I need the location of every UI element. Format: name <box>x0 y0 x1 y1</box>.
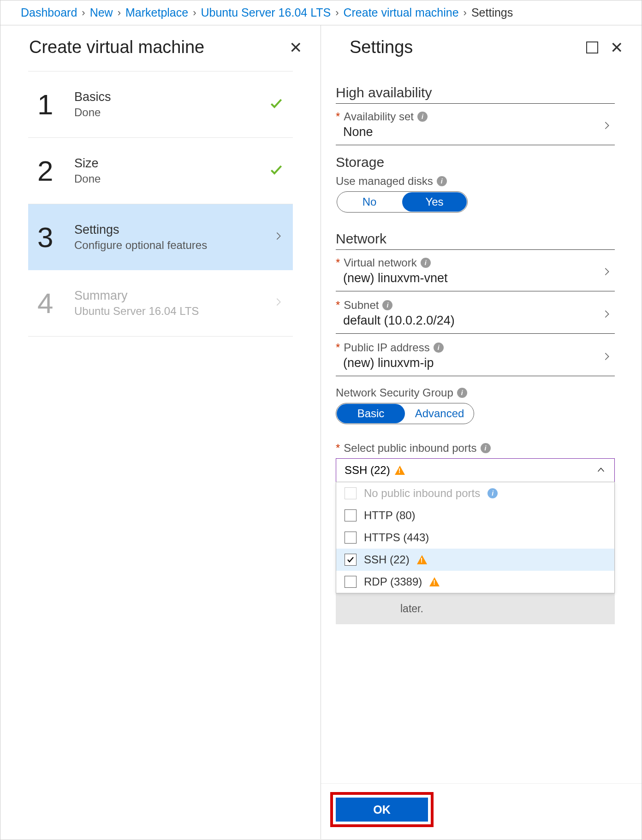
nsg-basic[interactable]: Basic <box>337 404 405 423</box>
virtual-network-field[interactable]: * Virtual network i (new) linuxvm-vnet <box>336 252 615 291</box>
step-size[interactable]: 2 Size Done <box>28 138 293 204</box>
step-title: Settings <box>74 223 207 237</box>
maximize-icon[interactable] <box>586 41 598 53</box>
breadcrumb-ubuntu[interactable]: Ubuntu Server 16.04 LTS <box>201 6 331 19</box>
chevron-right-icon: › <box>464 7 467 19</box>
required-icon: * <box>336 442 340 455</box>
step-basics[interactable]: 1 Basics Done <box>28 71 293 138</box>
chevron-right-icon: › <box>118 7 121 19</box>
nsg-label: Network Security Group i <box>336 386 615 399</box>
create-vm-blade: Create virtual machine ✕ 1 Basics Done 2… <box>0 25 321 839</box>
info-icon[interactable]: i <box>457 388 467 398</box>
step-number: 4 <box>37 287 74 319</box>
field-label: Availability set <box>344 110 414 123</box>
toggle-no[interactable]: No <box>337 192 402 212</box>
info-icon[interactable]: i <box>421 258 431 268</box>
port-option-none: No public inbound ports i <box>336 482 614 504</box>
port-option-rdp[interactable]: RDP (3389) <box>336 571 614 593</box>
checkbox-icon <box>345 487 357 499</box>
info-icon[interactable]: i <box>481 443 491 453</box>
checkbox-icon[interactable] <box>345 532 357 544</box>
footer-bar: OK <box>321 783 642 839</box>
nsg-toggle[interactable]: Basic Advanced <box>336 403 474 424</box>
warning-icon <box>417 555 427 564</box>
field-label: Public IP address <box>344 341 429 354</box>
chevron-right-icon: › <box>193 7 196 19</box>
step-number: 2 <box>37 154 74 187</box>
blade-title: Settings <box>350 37 413 57</box>
nsg-advanced[interactable]: Advanced <box>405 403 474 424</box>
toggle-yes[interactable]: Yes <box>402 192 467 212</box>
field-label: Virtual network <box>344 256 416 269</box>
close-icon[interactable]: ✕ <box>610 40 623 55</box>
port-option-http[interactable]: HTTP (80) <box>336 504 614 526</box>
step-summary: 4 Summary Ubuntu Server 16.04 LTS <box>28 270 293 337</box>
managed-disks-label: Use managed disks i <box>336 175 615 188</box>
option-label: HTTPS (443) <box>364 531 429 544</box>
port-option-ssh[interactable]: SSH (22) <box>336 549 614 571</box>
option-label: RDP (3389) <box>364 575 422 588</box>
chevron-right-icon: › <box>335 7 339 19</box>
step-subtitle: Done <box>74 106 111 119</box>
breadcrumb-create-vm[interactable]: Create virtual machine <box>343 6 458 19</box>
chevron-right-icon <box>602 266 612 279</box>
option-label: No public inbound ports <box>364 487 480 500</box>
step-number: 3 <box>37 221 74 254</box>
field-value: default (10.0.2.0/24) <box>336 314 615 328</box>
chevron-right-icon <box>602 309 612 321</box>
inbound-ports-dropdown: No public inbound ports i HTTP (80) HTTP… <box>336 482 615 593</box>
section-storage: Storage <box>336 154 615 173</box>
chevron-right-icon <box>602 351 612 364</box>
option-label: HTTP (80) <box>364 509 416 522</box>
option-label: SSH (22) <box>364 553 410 566</box>
breadcrumb-current: Settings <box>471 6 513 19</box>
checkbox-icon[interactable] <box>345 576 357 588</box>
step-subtitle: Ubuntu Server 16.04 LTS <box>74 305 199 318</box>
chevron-right-icon: › <box>82 7 85 19</box>
public-ip-field[interactable]: * Public IP address i (new) linuxvm-ip <box>336 337 615 376</box>
info-icon[interactable]: i <box>417 112 428 122</box>
breadcrumb-marketplace[interactable]: Marketplace <box>125 6 188 19</box>
step-number: 1 <box>37 88 74 121</box>
chevron-right-icon <box>602 120 612 133</box>
port-option-https[interactable]: HTTPS (443) <box>336 526 614 549</box>
subnet-field[interactable]: * Subnet i default (10.0.2.0/24) <box>336 294 615 334</box>
field-label: Subnet <box>344 299 379 312</box>
step-subtitle: Done <box>74 172 101 185</box>
close-icon[interactable]: ✕ <box>289 40 302 55</box>
section-high-availability: High availability <box>336 85 615 104</box>
ok-highlight: OK <box>330 792 434 827</box>
required-icon: * <box>336 299 340 312</box>
required-icon: * <box>336 256 340 269</box>
check-icon <box>269 162 284 179</box>
chevron-right-icon <box>273 297 284 309</box>
breadcrumb-new[interactable]: New <box>90 6 113 19</box>
select-value: SSH (22) <box>345 464 390 477</box>
field-value: (new) linuxvm-ip <box>336 356 615 370</box>
field-value: None <box>336 125 615 139</box>
warning-icon <box>429 577 440 586</box>
check-icon <box>269 96 284 113</box>
step-title: Size <box>74 156 101 171</box>
inbound-ports-label: * Select public inbound ports i <box>336 442 615 455</box>
step-title: Summary <box>74 289 199 303</box>
info-icon[interactable]: i <box>382 300 392 310</box>
chevron-right-icon <box>273 231 284 243</box>
ok-button[interactable]: OK <box>336 798 428 822</box>
step-settings[interactable]: 3 Settings Configure optional features <box>28 204 293 270</box>
warning-icon <box>395 466 405 475</box>
managed-disks-toggle[interactable]: No Yes <box>337 191 468 213</box>
section-network: Network <box>336 231 615 250</box>
info-icon: i <box>487 488 498 498</box>
checkbox-icon[interactable] <box>345 554 357 566</box>
step-title: Basics <box>74 90 111 104</box>
breadcrumb-dashboard[interactable]: Dashboard <box>21 6 77 19</box>
info-icon[interactable]: i <box>437 176 447 186</box>
checkbox-icon[interactable] <box>345 509 357 521</box>
breadcrumb: Dashboard › New › Marketplace › Ubuntu S… <box>0 0 642 25</box>
availability-set-field[interactable]: * Availability set i None <box>336 106 615 145</box>
inbound-ports-select[interactable]: SSH (22) <box>336 458 615 482</box>
info-icon[interactable]: i <box>434 343 444 353</box>
field-value: (new) linuxvm-vnet <box>336 271 615 285</box>
step-subtitle: Configure optional features <box>74 239 207 252</box>
